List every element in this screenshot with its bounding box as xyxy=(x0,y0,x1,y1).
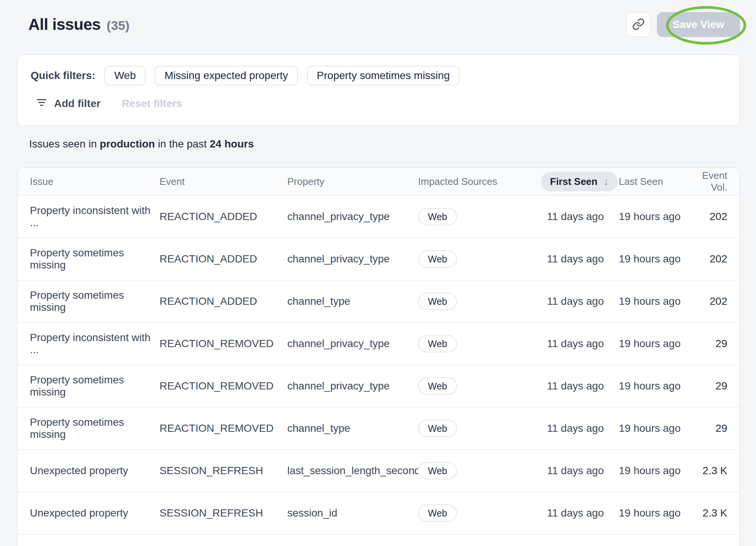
issue-cell: Property sometimes missing xyxy=(30,374,160,398)
issue-cell: Property inconsistent with ... xyxy=(30,205,160,229)
table-row[interactable]: Property sometimes missing REACTION_REMO… xyxy=(18,408,739,450)
issue-cell: Property inconsistent with ... xyxy=(30,332,160,356)
save-view-button[interactable]: Save View xyxy=(657,12,740,37)
event-vol-cell: 29 xyxy=(692,422,727,434)
event-cell: REACTION_REMOVED xyxy=(160,380,287,392)
first-seen-cell: 11 days ago xyxy=(547,422,619,434)
filter-card: Quick filters: Web Missing expected prop… xyxy=(17,54,740,126)
property-cell: channel_type xyxy=(287,422,418,434)
property-cell: last_session_length_seconds xyxy=(287,465,418,477)
table-row[interactable]: Unexpected property SESSION_REFRESH sess… xyxy=(18,492,739,535)
property-cell: channel_type xyxy=(287,295,418,307)
source-badge: Web xyxy=(418,208,457,225)
first-seen-cell: 11 days ago xyxy=(547,211,619,223)
source-badge: Web xyxy=(418,504,457,522)
add-filter-button[interactable]: Add filter xyxy=(36,97,101,111)
quick-filter-chip-property-sometimes-missing[interactable]: Property sometimes missing xyxy=(307,66,460,85)
scope-timeframe: 24 hours xyxy=(210,138,254,150)
first-seen-label: First Seen xyxy=(550,176,598,188)
impacted-sources-cell: Web xyxy=(418,335,547,352)
scope-middle: in the past xyxy=(158,138,207,150)
table-body: Property inconsistent with ... REACTION_… xyxy=(18,196,739,535)
source-badge: Web xyxy=(418,377,457,395)
property-cell: channel_privacy_type xyxy=(287,253,418,265)
impacted-sources-cell: Web xyxy=(418,250,547,268)
table-row[interactable]: Unexpected property SESSION_REFRESH last… xyxy=(18,450,739,492)
column-header-impacted-sources: Impacted Sources xyxy=(418,176,547,188)
event-vol-cell: 29 xyxy=(692,338,727,350)
last-seen-cell: 19 hours ago xyxy=(619,422,692,434)
quick-filters-label: Quick filters: xyxy=(31,70,95,82)
event-cell: REACTION_ADDED xyxy=(160,295,287,307)
event-cell: REACTION_REMOVED xyxy=(160,338,287,350)
source-badge: Web xyxy=(418,420,457,437)
table-row[interactable]: Property sometimes missing REACTION_ADDE… xyxy=(18,238,739,281)
impacted-sources-cell: Web xyxy=(418,462,547,479)
issue-cell: Unexpected property xyxy=(30,507,160,519)
last-seen-cell: 19 hours ago xyxy=(619,295,692,307)
last-seen-cell: 19 hours ago xyxy=(619,338,692,350)
impacted-sources-cell: Web xyxy=(418,504,547,522)
last-seen-cell: 19 hours ago xyxy=(619,507,692,519)
property-cell: channel_privacy_type xyxy=(287,338,418,350)
table-row[interactable]: Property sometimes missing REACTION_REMO… xyxy=(18,365,739,408)
issues-page: All issues (35) Save View Quick filt xyxy=(0,0,756,546)
topbar: All issues (35) Save View xyxy=(17,11,740,39)
table-row[interactable]: Property inconsistent with ... REACTION_… xyxy=(18,196,739,238)
issue-cell: Property sometimes missing xyxy=(30,289,160,313)
table-header-row: Issue Event Property Impacted Sources Fi… xyxy=(18,168,739,196)
filter-lines-icon xyxy=(36,97,47,111)
page-title: All issues xyxy=(28,16,101,34)
scope-prefix: Issues seen in xyxy=(29,138,97,150)
first-seen-cell: 11 days ago xyxy=(547,507,619,519)
first-seen-cell: 11 days ago xyxy=(547,465,619,477)
property-cell: session_id xyxy=(287,507,418,519)
first-seen-cell: 11 days ago xyxy=(547,380,619,392)
event-cell: REACTION_ADDED xyxy=(160,211,287,223)
column-header-property: Property xyxy=(287,176,418,188)
event-cell: SESSION_REFRESH xyxy=(160,465,287,477)
sort-desc-arrow-icon: ↓ xyxy=(604,175,609,188)
event-vol-cell: 202 xyxy=(692,253,727,265)
impacted-sources-cell: Web xyxy=(418,377,547,395)
impacted-sources-cell: Web xyxy=(418,208,547,225)
add-filter-label: Add filter xyxy=(54,98,101,110)
issue-count: (35) xyxy=(107,18,129,33)
quick-filter-chip-web[interactable]: Web xyxy=(104,66,146,85)
last-seen-cell: 19 hours ago xyxy=(619,253,692,265)
source-badge: Web xyxy=(418,293,457,310)
copy-link-button[interactable] xyxy=(626,12,651,37)
event-cell: REACTION_ADDED xyxy=(160,253,287,265)
page-content: All issues (35) Save View Quick filt xyxy=(0,11,756,546)
quick-filters-row: Quick filters: Web Missing expected prop… xyxy=(31,66,727,85)
column-header-event: Event xyxy=(160,176,287,188)
reset-filters-button[interactable]: Reset filters xyxy=(122,98,182,110)
title-wrap: All issues (35) xyxy=(28,16,130,34)
header-actions: Save View xyxy=(626,12,740,37)
scope-environment: production xyxy=(100,138,155,150)
event-vol-cell: 202 xyxy=(692,211,727,223)
column-header-last-seen: Last Seen xyxy=(619,176,692,188)
column-header-first-seen-sort[interactable]: First Seen ↓ xyxy=(541,172,618,191)
scope-line: Issues seen in production in the past 24… xyxy=(29,138,740,150)
first-seen-cell: 11 days ago xyxy=(547,253,619,265)
issue-cell: Unexpected property xyxy=(30,465,160,477)
issue-cell: Property sometimes missing xyxy=(30,416,160,441)
event-vol-cell: 29 xyxy=(692,380,727,392)
event-vol-cell: 202 xyxy=(692,295,727,307)
impacted-sources-cell: Web xyxy=(418,420,547,437)
issue-cell: Property sometimes missing xyxy=(30,247,160,271)
quick-filter-chip-missing-expected-property[interactable]: Missing expected property xyxy=(155,66,298,85)
first-seen-cell: 11 days ago xyxy=(547,338,619,350)
column-header-event-vol: Event Vol. xyxy=(692,170,727,193)
table-row[interactable]: Property sometimes missing REACTION_ADDE… xyxy=(18,281,739,323)
issues-table: Issue Event Property Impacted Sources Fi… xyxy=(17,167,740,546)
table-row[interactable]: Property inconsistent with ... REACTION_… xyxy=(18,323,739,365)
last-seen-cell: 19 hours ago xyxy=(619,465,692,477)
event-vol-cell: 2.3 K xyxy=(692,507,727,519)
event-vol-cell: 2.3 K xyxy=(692,465,727,477)
impacted-sources-cell: Web xyxy=(418,293,547,310)
source-badge: Web xyxy=(418,250,457,268)
filter-actions-row: Add filter Reset filters xyxy=(36,95,727,112)
event-cell: REACTION_REMOVED xyxy=(160,422,287,434)
